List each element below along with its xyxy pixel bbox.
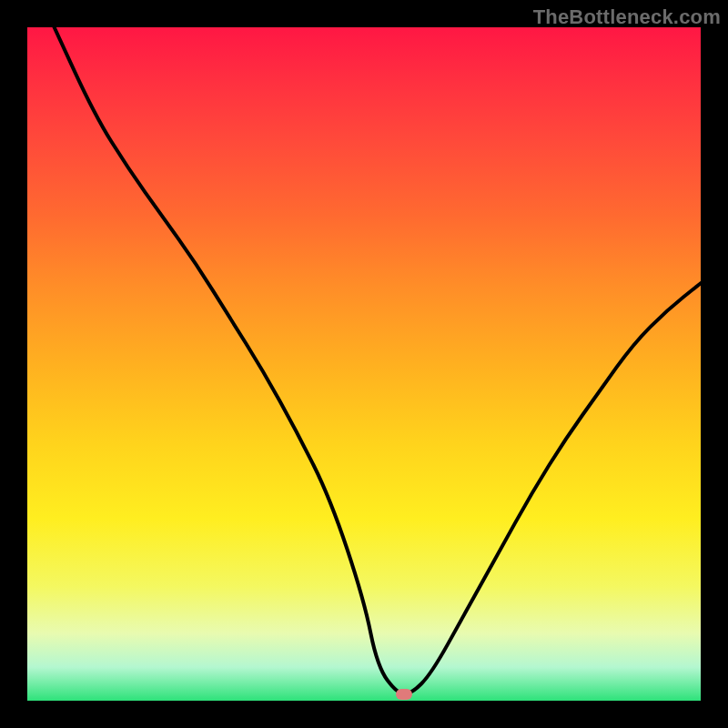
optimal-point-marker xyxy=(396,689,412,700)
chart-frame: TheBottleneck.com xyxy=(0,0,728,728)
plot-area xyxy=(27,27,701,701)
bottleneck-curve xyxy=(27,27,701,701)
watermark-text: TheBottleneck.com xyxy=(533,5,721,29)
